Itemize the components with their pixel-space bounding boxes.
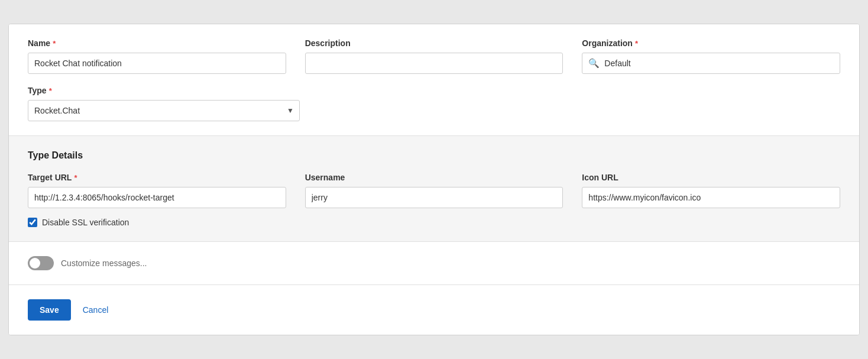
icon-url-field-group: Icon URL [582, 173, 840, 208]
username-label: Username [305, 173, 563, 182]
organization-input[interactable] [604, 59, 834, 68]
target-url-required-star: * [74, 173, 77, 182]
type-details-section: Type Details Target URL * Username I [9, 135, 859, 241]
form-container: Name * Description Organization * 🔍 [8, 24, 860, 335]
icon-url-input[interactable] [582, 187, 840, 208]
target-url-field-group: Target URL * [28, 173, 286, 208]
name-required-star: * [53, 39, 56, 48]
name-label-text: Name [28, 38, 50, 48]
username-label-text: Username [305, 173, 345, 182]
top-fields-row: Name * Description Organization * 🔍 [28, 38, 840, 74]
type-label-text: Type [28, 86, 47, 95]
icon-url-label-text: Icon URL [582, 173, 618, 182]
type-select[interactable]: Rocket.Chat [28, 100, 300, 121]
organization-label-text: Organization [582, 38, 633, 48]
description-label-text: Description [305, 38, 351, 48]
basic-info-section: Name * Description Organization * 🔍 [9, 24, 859, 135]
target-url-label-text: Target URL [28, 173, 72, 182]
name-input[interactable] [28, 53, 286, 74]
type-label: Type * [28, 86, 300, 95]
organization-input-wrapper[interactable]: 🔍 [582, 53, 840, 74]
username-input[interactable] [305, 187, 563, 208]
save-button[interactable]: Save [28, 299, 71, 321]
customize-section: Customize messages... [9, 241, 859, 284]
customize-label: Customize messages... [61, 258, 147, 268]
organization-field-group: Organization * 🔍 [582, 38, 840, 74]
footer-actions: Save Cancel [28, 299, 840, 321]
toggle-slider [28, 256, 54, 270]
ssl-label[interactable]: Disable SSL verification [42, 218, 129, 227]
customize-toggle[interactable] [28, 256, 54, 270]
search-icon: 🔍 [588, 58, 600, 69]
type-field-inner: Type * Rocket.Chat ▼ [28, 86, 300, 121]
cancel-button[interactable]: Cancel [76, 299, 116, 321]
ssl-checkbox-row: Disable SSL verification [28, 218, 840, 227]
description-input[interactable] [305, 53, 563, 74]
name-field-group: Name * [28, 38, 286, 74]
name-label: Name * [28, 38, 286, 48]
description-field-group: Description [305, 38, 563, 74]
org-required-star: * [635, 39, 638, 48]
username-field-group: Username [305, 173, 563, 208]
type-required-star: * [49, 86, 52, 95]
icon-url-label: Icon URL [582, 173, 840, 182]
type-field-group: Type * Rocket.Chat ▼ [28, 86, 840, 121]
organization-label: Organization * [582, 38, 840, 48]
target-url-input[interactable] [28, 187, 286, 208]
customize-row: Customize messages... [28, 256, 840, 270]
description-label: Description [305, 38, 563, 48]
ssl-checkbox[interactable] [28, 218, 37, 227]
footer-section: Save Cancel [9, 284, 859, 335]
type-details-fields-row: Target URL * Username Icon URL [28, 173, 840, 208]
type-details-title: Type Details [28, 150, 840, 161]
type-select-wrapper: Rocket.Chat ▼ [28, 100, 300, 121]
target-url-label: Target URL * [28, 173, 286, 182]
